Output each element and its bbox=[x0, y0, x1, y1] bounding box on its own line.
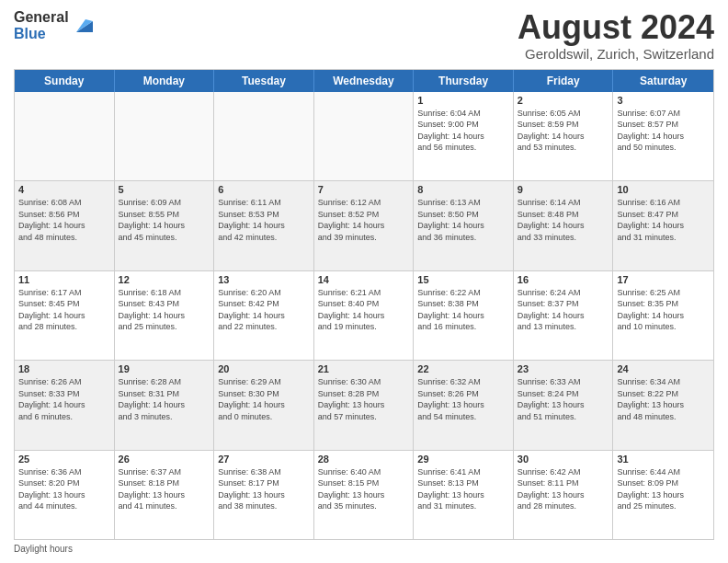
day-info: Sunrise: 6:34 AM Sunset: 8:22 PM Dayligh… bbox=[617, 376, 710, 422]
day-info: Sunrise: 6:36 AM Sunset: 8:20 PM Dayligh… bbox=[18, 466, 110, 512]
day-number: 30 bbox=[518, 454, 609, 465]
calendar-cell: 8Sunrise: 6:13 AM Sunset: 8:50 PM Daylig… bbox=[414, 181, 514, 270]
day-number: 10 bbox=[617, 184, 710, 195]
calendar-cell: 25Sunrise: 6:36 AM Sunset: 8:20 PM Dayli… bbox=[15, 451, 115, 539]
calendar-cell: 30Sunrise: 6:42 AM Sunset: 8:11 PM Dayli… bbox=[514, 451, 614, 539]
day-number: 17 bbox=[617, 274, 710, 285]
calendar-cell: 16Sunrise: 6:24 AM Sunset: 8:37 PM Dayli… bbox=[514, 271, 614, 360]
title-area: August 2024 Geroldswil, Zurich, Switzerl… bbox=[518, 9, 714, 62]
calendar-cell: 15Sunrise: 6:22 AM Sunset: 8:38 PM Dayli… bbox=[414, 271, 514, 360]
header-day-saturday: Saturday bbox=[613, 70, 713, 92]
day-info: Sunrise: 6:11 AM Sunset: 8:53 PM Dayligh… bbox=[218, 197, 310, 243]
calendar-cell: 14Sunrise: 6:21 AM Sunset: 8:40 PM Dayli… bbox=[314, 271, 415, 360]
calendar-cell bbox=[214, 92, 314, 180]
day-info: Sunrise: 6:44 AM Sunset: 8:09 PM Dayligh… bbox=[617, 466, 710, 512]
day-number: 14 bbox=[318, 274, 410, 285]
day-info: Sunrise: 6:33 AM Sunset: 8:24 PM Dayligh… bbox=[518, 376, 609, 422]
calendar-cell: 13Sunrise: 6:20 AM Sunset: 8:42 PM Dayli… bbox=[214, 271, 314, 360]
calendar-cell: 3Sunrise: 6:07 AM Sunset: 8:57 PM Daylig… bbox=[613, 92, 713, 180]
calendar-cell bbox=[15, 92, 115, 180]
day-number: 18 bbox=[18, 363, 110, 374]
day-info: Sunrise: 6:40 AM Sunset: 8:15 PM Dayligh… bbox=[318, 466, 410, 512]
day-number: 20 bbox=[218, 363, 310, 374]
calendar-cell: 28Sunrise: 6:40 AM Sunset: 8:15 PM Dayli… bbox=[314, 451, 415, 539]
day-number: 9 bbox=[518, 184, 609, 195]
page: General Blue August 2024 Geroldswil, Zur… bbox=[0, 0, 728, 563]
header-day-monday: Monday bbox=[115, 70, 215, 92]
day-info: Sunrise: 6:18 AM Sunset: 8:43 PM Dayligh… bbox=[119, 287, 210, 333]
calendar-header: SundayMondayTuesdayWednesdayThursdayFrid… bbox=[15, 70, 713, 92]
day-number: 21 bbox=[318, 363, 410, 374]
day-number: 15 bbox=[417, 274, 509, 285]
calendar-cell: 12Sunrise: 6:18 AM Sunset: 8:43 PM Dayli… bbox=[115, 271, 215, 360]
day-info: Sunrise: 6:26 AM Sunset: 8:33 PM Dayligh… bbox=[18, 376, 110, 422]
day-info: Sunrise: 6:21 AM Sunset: 8:40 PM Dayligh… bbox=[318, 287, 410, 333]
day-number: 4 bbox=[18, 184, 110, 195]
day-info: Sunrise: 6:37 AM Sunset: 8:18 PM Dayligh… bbox=[119, 466, 210, 512]
day-info: Sunrise: 6:04 AM Sunset: 9:00 PM Dayligh… bbox=[417, 108, 509, 154]
main-title: August 2024 bbox=[518, 9, 714, 46]
day-number: 16 bbox=[518, 274, 609, 285]
calendar-cell: 2Sunrise: 6:05 AM Sunset: 8:59 PM Daylig… bbox=[514, 92, 614, 180]
calendar-cell: 18Sunrise: 6:26 AM Sunset: 8:33 PM Dayli… bbox=[15, 361, 115, 449]
day-number: 28 bbox=[318, 454, 410, 465]
calendar-cell: 23Sunrise: 6:33 AM Sunset: 8:24 PM Dayli… bbox=[514, 361, 614, 449]
day-info: Sunrise: 6:29 AM Sunset: 8:30 PM Dayligh… bbox=[218, 376, 310, 422]
calendar-row: 25Sunrise: 6:36 AM Sunset: 8:20 PM Dayli… bbox=[15, 451, 713, 539]
calendar-cell: 29Sunrise: 6:41 AM Sunset: 8:13 PM Dayli… bbox=[414, 451, 514, 539]
day-info: Sunrise: 6:05 AM Sunset: 8:59 PM Dayligh… bbox=[518, 108, 609, 154]
calendar-cell: 7Sunrise: 6:12 AM Sunset: 8:52 PM Daylig… bbox=[314, 181, 415, 270]
day-info: Sunrise: 6:25 AM Sunset: 8:35 PM Dayligh… bbox=[617, 287, 710, 333]
day-info: Sunrise: 6:41 AM Sunset: 8:13 PM Dayligh… bbox=[417, 466, 509, 512]
logo-icon bbox=[73, 16, 93, 36]
footer-note: Daylight hours bbox=[14, 544, 714, 554]
day-info: Sunrise: 6:09 AM Sunset: 8:55 PM Dayligh… bbox=[119, 197, 210, 243]
header-day-wednesday: Wednesday bbox=[314, 70, 415, 92]
day-number: 8 bbox=[417, 184, 509, 195]
calendar: SundayMondayTuesdayWednesdayThursdayFrid… bbox=[14, 69, 714, 540]
day-number: 27 bbox=[218, 454, 310, 465]
calendar-cell bbox=[115, 92, 215, 180]
day-info: Sunrise: 6:28 AM Sunset: 8:31 PM Dayligh… bbox=[119, 376, 210, 422]
day-number: 1 bbox=[417, 95, 509, 106]
day-info: Sunrise: 6:22 AM Sunset: 8:38 PM Dayligh… bbox=[417, 287, 509, 333]
calendar-cell: 11Sunrise: 6:17 AM Sunset: 8:45 PM Dayli… bbox=[15, 271, 115, 360]
calendar-cell: 27Sunrise: 6:38 AM Sunset: 8:17 PM Dayli… bbox=[214, 451, 314, 539]
calendar-cell: 1Sunrise: 6:04 AM Sunset: 9:00 PM Daylig… bbox=[414, 92, 514, 180]
calendar-cell: 19Sunrise: 6:28 AM Sunset: 8:31 PM Dayli… bbox=[115, 361, 215, 449]
calendar-cell: 4Sunrise: 6:08 AM Sunset: 8:56 PM Daylig… bbox=[15, 181, 115, 270]
day-info: Sunrise: 6:30 AM Sunset: 8:28 PM Dayligh… bbox=[318, 376, 410, 422]
header-day-sunday: Sunday bbox=[15, 70, 115, 92]
day-number: 25 bbox=[18, 454, 110, 465]
logo: General Blue bbox=[14, 9, 93, 41]
day-number: 5 bbox=[119, 184, 210, 195]
day-number: 3 bbox=[617, 95, 710, 106]
day-number: 23 bbox=[518, 363, 609, 374]
calendar-cell: 26Sunrise: 6:37 AM Sunset: 8:18 PM Dayli… bbox=[115, 451, 215, 539]
calendar-cell bbox=[314, 92, 415, 180]
calendar-row: 11Sunrise: 6:17 AM Sunset: 8:45 PM Dayli… bbox=[15, 271, 713, 361]
calendar-cell: 21Sunrise: 6:30 AM Sunset: 8:28 PM Dayli… bbox=[314, 361, 415, 449]
header-day-friday: Friday bbox=[514, 70, 614, 92]
calendar-cell: 22Sunrise: 6:32 AM Sunset: 8:26 PM Dayli… bbox=[414, 361, 514, 449]
day-info: Sunrise: 6:14 AM Sunset: 8:48 PM Dayligh… bbox=[518, 197, 609, 243]
day-number: 6 bbox=[218, 184, 310, 195]
day-info: Sunrise: 6:42 AM Sunset: 8:11 PM Dayligh… bbox=[518, 466, 609, 512]
day-number: 13 bbox=[218, 274, 310, 285]
subtitle: Geroldswil, Zurich, Switzerland bbox=[518, 46, 714, 62]
day-number: 12 bbox=[119, 274, 210, 285]
day-number: 29 bbox=[417, 454, 509, 465]
calendar-cell: 17Sunrise: 6:25 AM Sunset: 8:35 PM Dayli… bbox=[613, 271, 713, 360]
calendar-cell: 9Sunrise: 6:14 AM Sunset: 8:48 PM Daylig… bbox=[514, 181, 614, 270]
day-number: 7 bbox=[318, 184, 410, 195]
calendar-cell: 20Sunrise: 6:29 AM Sunset: 8:30 PM Dayli… bbox=[214, 361, 314, 449]
day-info: Sunrise: 6:38 AM Sunset: 8:17 PM Dayligh… bbox=[218, 466, 310, 512]
logo-text: General Blue bbox=[14, 9, 69, 41]
calendar-cell: 5Sunrise: 6:09 AM Sunset: 8:55 PM Daylig… bbox=[115, 181, 215, 270]
day-info: Sunrise: 6:17 AM Sunset: 8:45 PM Dayligh… bbox=[18, 287, 110, 333]
day-info: Sunrise: 6:08 AM Sunset: 8:56 PM Dayligh… bbox=[18, 197, 110, 243]
day-info: Sunrise: 6:24 AM Sunset: 8:37 PM Dayligh… bbox=[518, 287, 609, 333]
day-info: Sunrise: 6:32 AM Sunset: 8:26 PM Dayligh… bbox=[417, 376, 509, 422]
calendar-cell: 6Sunrise: 6:11 AM Sunset: 8:53 PM Daylig… bbox=[214, 181, 314, 270]
logo-general: General bbox=[14, 9, 69, 26]
